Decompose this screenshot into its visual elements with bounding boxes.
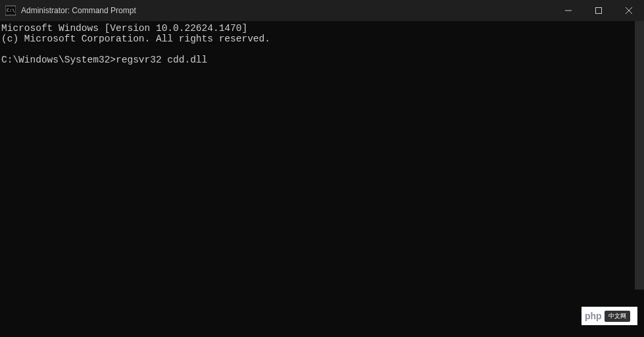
close-icon <box>626 7 632 14</box>
watermark-text: php <box>585 311 602 321</box>
maximize-button[interactable] <box>583 0 614 21</box>
maximize-icon <box>595 7 602 14</box>
scrollbar-thumb[interactable] <box>635 21 644 290</box>
close-button[interactable] <box>614 0 644 21</box>
minimize-icon <box>565 7 572 14</box>
watermark-badge: php 中文网 <box>582 307 637 325</box>
vertical-scrollbar[interactable] <box>635 21 644 337</box>
terminal-line: Microsoft Windows [Version 10.0.22624.14… <box>1 23 247 34</box>
watermark-label: 中文网 <box>605 311 630 322</box>
minimize-button[interactable] <box>553 0 583 21</box>
window-controls <box>553 0 644 21</box>
cmd-icon: C:\ <box>5 5 16 16</box>
terminal-line: (c) Microsoft Corporation. All rights re… <box>1 34 270 44</box>
command-input: regsvr32 cdd.dll <box>116 55 207 65</box>
titlebar[interactable]: C:\ Administrator: Command Prompt <box>0 0 644 21</box>
svg-rect-3 <box>596 8 602 14</box>
terminal-output[interactable]: Microsoft Windows [Version 10.0.22624.14… <box>0 21 644 337</box>
prompt-path: C:\Windows\System32> <box>1 55 116 65</box>
window-title: Administrator: Command Prompt <box>21 6 553 15</box>
svg-text:C:\: C:\ <box>7 8 15 13</box>
command-prompt-window: C:\ Administrator: Command Prompt <box>0 0 644 337</box>
